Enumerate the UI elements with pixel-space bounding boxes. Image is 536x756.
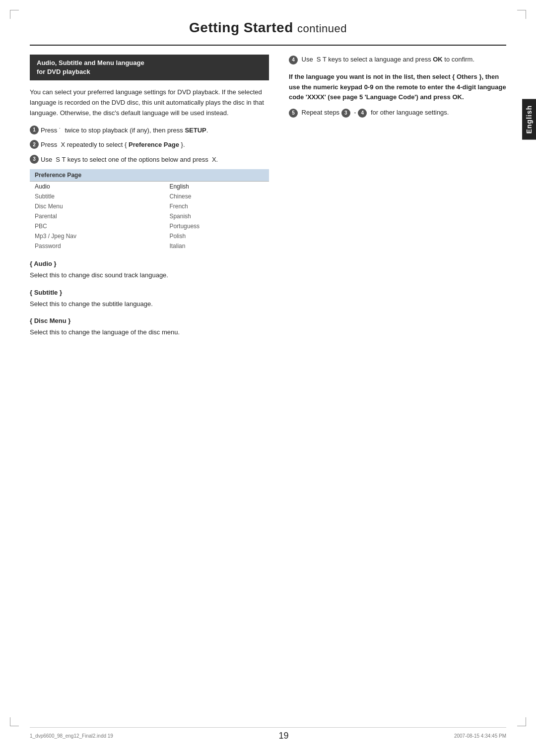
step-1: 1 Press ˙ twice to stop playback (if any… xyxy=(30,126,269,135)
step-ref-4: 4 xyxy=(358,109,367,118)
table-cell-left: Parental xyxy=(30,211,164,221)
table-row: Audio English xyxy=(30,182,269,192)
footer-right: 2007-08-15 4:34:45 PM xyxy=(454,733,506,739)
table-row: Disc Menu French xyxy=(30,201,269,211)
table-cell-right: Portuguess xyxy=(164,221,269,231)
language-not-found-text: If the language you want is not in the l… xyxy=(289,72,506,103)
table-cell-left: Password xyxy=(30,241,164,251)
step-3-content: Use S T keys to select one of the option… xyxy=(41,155,269,165)
page-number: 19 xyxy=(278,731,288,741)
footer: 1_dvp6600_98_eng12_Final2.indd 19 19 200… xyxy=(30,727,506,741)
english-tab: English xyxy=(522,99,536,140)
step-5: 5 Repeat steps 3 - 4 for other language … xyxy=(289,108,506,118)
corner-mark-top-right xyxy=(517,10,526,19)
table-cell-right: Italian xyxy=(164,241,269,251)
subsection-audio-text: Select this to change disc sound track l… xyxy=(30,270,269,281)
subsection-subtitle: { Subtitle } Select this to change the s… xyxy=(30,288,269,310)
title-rule xyxy=(30,45,506,46)
step-4-number: 4 xyxy=(289,56,298,64)
table-cell-right: Polish xyxy=(164,231,269,241)
step-ref-3: 3 xyxy=(341,109,350,118)
table-cell-right: English xyxy=(164,182,269,192)
page: English Getting Started continued Audio,… xyxy=(0,0,536,756)
subsection-audio: { Audio } Select this to change disc sou… xyxy=(30,259,269,281)
step-2-number: 2 xyxy=(30,140,39,149)
table-cell-left: Mp3 / Jpeg Nav xyxy=(30,231,164,241)
table-header: Preference Page xyxy=(30,169,269,182)
subsection-disc-menu: { Disc Menu } Select this to change the … xyxy=(30,316,269,338)
table-cell-left: Audio xyxy=(30,182,164,192)
section-header: Audio, Subtitle and Menu language for DV… xyxy=(30,55,269,80)
step-1-number: 1 xyxy=(30,126,39,134)
footer-left: 1_dvp6600_98_eng12_Final2.indd 19 xyxy=(30,733,113,739)
corner-mark-top-left xyxy=(10,10,19,19)
table-cell-right: Chinese xyxy=(164,191,269,201)
step-4: 4 Use S T keys to select a language and … xyxy=(289,55,506,65)
table-row: Subtitle Chinese xyxy=(30,191,269,201)
table-cell-left: PBC xyxy=(30,221,164,231)
corner-mark-bottom-right xyxy=(517,717,526,726)
page-title: Getting Started continued xyxy=(30,20,506,36)
table-cell-left: Subtitle xyxy=(30,191,164,201)
step-2: 2 Press X repeatedly to select { Prefere… xyxy=(30,140,269,150)
subsection-disc-menu-title: { Disc Menu } xyxy=(30,316,269,326)
subsection-audio-title: { Audio } xyxy=(30,259,269,269)
subsection-disc-menu-text: Select this to change the language of th… xyxy=(30,327,269,338)
table-cell-right: French xyxy=(164,201,269,211)
step-2-content: Press X repeatedly to select { Preferenc… xyxy=(41,140,269,150)
intro-text: You can select your preferred language s… xyxy=(30,87,269,118)
step-1-content: Press ˙ twice to stop playback (if any),… xyxy=(41,126,269,135)
content-area: Audio, Subtitle and Menu language for DV… xyxy=(30,55,506,345)
preference-table: Preference Page Audio English Subtitle C… xyxy=(30,169,269,251)
table-row: Parental Spanish xyxy=(30,211,269,221)
table-cell-left: Disc Menu xyxy=(30,201,164,211)
step-5-number: 5 xyxy=(289,109,298,118)
table-row: Mp3 / Jpeg Nav Polish xyxy=(30,231,269,241)
page-title-continued: continued xyxy=(297,22,347,35)
corner-mark-bottom-left xyxy=(10,717,19,726)
left-column: Audio, Subtitle and Menu language for DV… xyxy=(30,55,269,345)
table-row: PBC Portuguess xyxy=(30,221,269,231)
subsection-subtitle-title: { Subtitle } xyxy=(30,288,269,298)
table-row: Password Italian xyxy=(30,241,269,251)
table-cell-right: Spanish xyxy=(164,211,269,221)
step-3: 3 Use S T keys to select one of the opti… xyxy=(30,155,269,165)
right-column: 4 Use S T keys to select a language and … xyxy=(289,55,506,345)
step-3-number: 3 xyxy=(30,155,39,164)
subsection-subtitle-text: Select this to change the subtitle langu… xyxy=(30,299,269,310)
